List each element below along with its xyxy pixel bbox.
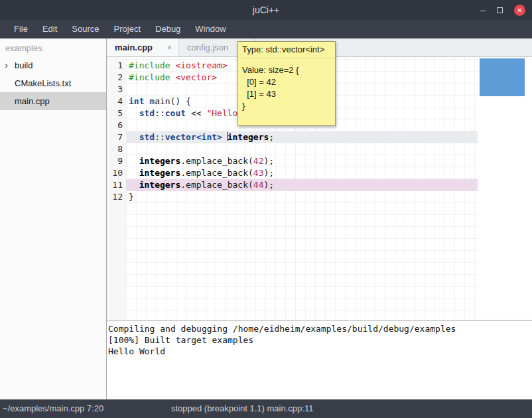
code-token: } bbox=[129, 192, 134, 202]
code-token: << bbox=[186, 108, 206, 118]
code-token: int bbox=[129, 96, 144, 106]
status-file-position: ~/examples/main.cpp 7:20 bbox=[3, 399, 103, 418]
code-token bbox=[129, 168, 139, 178]
line-number[interactable]: 11 bbox=[107, 179, 126, 191]
line-number[interactable]: 3 bbox=[107, 84, 126, 96]
code-token: std bbox=[139, 108, 155, 118]
code-line[interactable]: std::vector<int> integers; bbox=[126, 131, 478, 143]
gutter: 123456789101112 bbox=[107, 57, 126, 320]
code-token: ); bbox=[264, 180, 275, 190]
restore-icon[interactable] bbox=[497, 7, 503, 13]
tree-item-main-cpp[interactable]: main.cpp bbox=[0, 92, 106, 110]
project-name: examples bbox=[0, 38, 106, 56]
chevron-right-icon: › bbox=[5, 56, 8, 74]
tooltip-value-line: [0] = 42 bbox=[242, 76, 331, 88]
code-token: <iostream> bbox=[175, 60, 227, 70]
debug-tooltip: Type: std::vector<int> Value: size=2 { [… bbox=[237, 41, 336, 126]
code-token bbox=[129, 132, 139, 142]
minimize-button[interactable]: – bbox=[480, 0, 486, 20]
code-token: #include bbox=[129, 72, 170, 82]
code-token bbox=[129, 156, 139, 166]
menubar: FileEditSourceProjectDebugWindow bbox=[0, 20, 532, 38]
close-icon[interactable]: × bbox=[167, 43, 172, 52]
code-token: integers bbox=[228, 132, 269, 142]
code-token: vector<int> bbox=[165, 132, 222, 142]
tab-label: main.cpp bbox=[115, 42, 153, 52]
output-line: [100%] Built target examples bbox=[108, 334, 532, 346]
sidebar: examples ›buildCMakeLists.txtmain.cpp bbox=[0, 38, 107, 399]
tree-item-label: CMakeLists.txt bbox=[15, 78, 71, 88]
code-line[interactable]: integers.emplace_back(43); bbox=[126, 167, 478, 179]
code-token bbox=[129, 180, 139, 190]
code-token: integers bbox=[139, 180, 181, 190]
code-token: 42 bbox=[253, 156, 264, 166]
code-token: std bbox=[139, 132, 155, 142]
tree-item-build[interactable]: ›build bbox=[0, 56, 106, 74]
tree-item-cmakelists-txt[interactable]: CMakeLists.txt bbox=[0, 74, 106, 92]
line-number[interactable]: 8 bbox=[107, 143, 126, 155]
window-controls: – ✕ bbox=[480, 0, 525, 20]
line-number[interactable]: 7 bbox=[107, 131, 126, 143]
code-token: .emplace_back( bbox=[180, 156, 253, 166]
minimap[interactable] bbox=[478, 57, 532, 320]
menu-item-debug[interactable]: Debug bbox=[148, 20, 188, 38]
tab-main-cpp[interactable]: main.cpp× bbox=[107, 38, 179, 56]
code-token bbox=[222, 132, 228, 142]
tooltip-value-line: Value: size=2 { bbox=[242, 64, 331, 76]
statusbar: ~/examples/main.cpp 7:20 stopped (breakp… bbox=[0, 399, 532, 418]
code-token: .emplace_back( bbox=[180, 168, 253, 178]
code-token: :: bbox=[155, 108, 165, 118]
tooltip-value-line: } bbox=[242, 100, 331, 112]
output-line: Hello World bbox=[108, 346, 532, 357]
code-token: 43 bbox=[253, 168, 264, 178]
line-number[interactable]: 10 bbox=[107, 167, 126, 179]
code-line[interactable] bbox=[126, 143, 478, 155]
code-token: .emplace_back( bbox=[180, 180, 253, 190]
code-token: :: bbox=[155, 132, 165, 142]
status-debug-state: stopped (breakpoint 1.1) main.cpp:11 bbox=[171, 399, 313, 418]
line-number[interactable]: 6 bbox=[107, 119, 126, 131]
tooltip-value-section: Value: size=2 { [0] = 42 [1] = 43} bbox=[238, 58, 335, 125]
code-token: cout bbox=[165, 108, 186, 118]
close-button[interactable]: ✕ bbox=[514, 5, 525, 16]
line-number[interactable]: 5 bbox=[107, 107, 126, 119]
code-token: <vector> bbox=[175, 72, 217, 82]
tooltip-type-line: Type: std::vector<int> bbox=[238, 42, 335, 58]
code-token: 44 bbox=[253, 180, 264, 190]
tab-label: config.json bbox=[187, 42, 228, 52]
code-token bbox=[129, 108, 139, 118]
tree-item-label: build bbox=[15, 60, 33, 70]
output-line: Compiling and debugging /home/eidheim/ex… bbox=[108, 323, 532, 334]
line-number[interactable]: 2 bbox=[107, 72, 126, 84]
code-token: ); bbox=[264, 168, 275, 178]
tooltip-value-line: [1] = 43 bbox=[242, 88, 331, 100]
menu-item-source[interactable]: Source bbox=[64, 20, 106, 38]
minimap-visible-region[interactable] bbox=[480, 58, 525, 96]
line-number[interactable]: 4 bbox=[107, 96, 126, 107]
code-token: #include bbox=[129, 60, 170, 70]
code-line[interactable]: } bbox=[126, 191, 478, 203]
menu-item-window[interactable]: Window bbox=[188, 20, 233, 38]
code-token: ; bbox=[269, 132, 274, 142]
menu-item-file[interactable]: File bbox=[7, 20, 35, 38]
menu-item-project[interactable]: Project bbox=[107, 20, 148, 38]
code-line[interactable]: integers.emplace_back(42); bbox=[126, 155, 478, 167]
tree-item-label: main.cpp bbox=[15, 96, 50, 106]
window-title: juCi++ bbox=[0, 0, 532, 20]
code-token: integers bbox=[139, 156, 181, 166]
file-tree: ›buildCMakeLists.txtmain.cpp bbox=[0, 56, 106, 110]
code-line[interactable]: integers.emplace_back(44); bbox=[126, 179, 478, 191]
code-token: integers bbox=[139, 168, 181, 178]
line-number[interactable]: 9 bbox=[107, 155, 126, 167]
line-number[interactable]: 12 bbox=[107, 191, 126, 203]
line-number[interactable]: 1 bbox=[107, 60, 126, 72]
menu-item-edit[interactable]: Edit bbox=[35, 20, 64, 38]
code-token: main() { bbox=[144, 96, 190, 106]
output-panel: Compiling and debugging /home/eidheim/ex… bbox=[107, 320, 532, 399]
code-token: ); bbox=[264, 156, 275, 166]
titlebar: juCi++ – ✕ bbox=[0, 0, 532, 20]
